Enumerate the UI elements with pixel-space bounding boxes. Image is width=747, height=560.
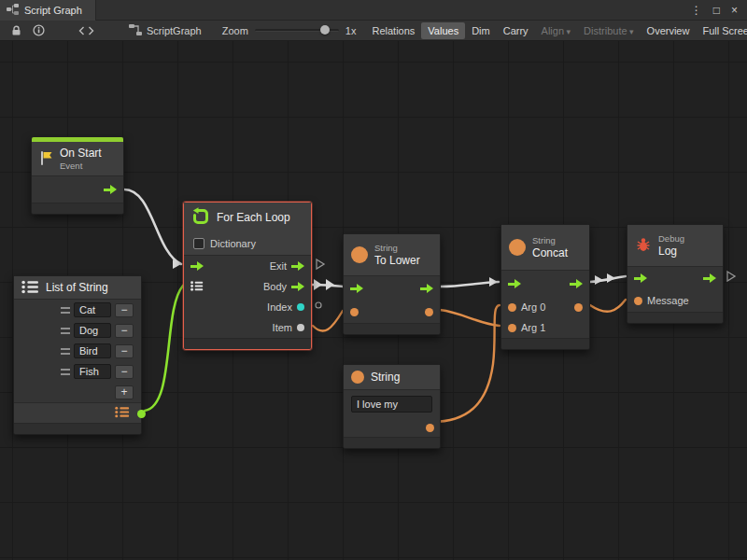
info-icon[interactable] [27,21,50,40]
flow-out-port[interactable] [570,279,583,288]
node-concat[interactable]: String Concat Arg 0 Arg 1 [500,224,590,350]
tab-label: Script Graph [24,5,82,16]
maximize-icon[interactable]: □ [713,5,720,16]
list-out-icon[interactable] [115,406,130,420]
item-output-port[interactable] [297,324,304,331]
list-icon [21,280,39,296]
body-flow-port[interactable] [291,282,304,291]
drag-handle-icon[interactable] [61,348,70,355]
node-title: List of String [46,281,108,294]
lock-icon[interactable] [6,21,27,40]
string-icon [351,246,368,263]
overview-button[interactable]: Overview [641,22,697,39]
node-list-of-string[interactable]: List of String Cat − Dog − Bird − Fish − [13,275,142,435]
relations-button[interactable]: Relations [365,22,421,39]
list-item-field[interactable]: Fish [74,364,111,379]
distribute-dropdown[interactable]: Distribute [577,22,641,39]
values-button[interactable]: Values [421,22,465,39]
dictionary-checkbox[interactable] [193,238,204,249]
message-input-port[interactable] [634,297,642,305]
drag-handle-icon[interactable] [61,328,70,334]
wire-arrowhead [489,277,498,287]
list-item-field[interactable]: Cat [74,302,111,317]
string-icon [509,239,526,256]
node-footer [14,423,141,434]
arg0-input-port[interactable] [508,303,516,312]
full-screen-button[interactable]: Full Screen [696,22,747,39]
flow-in-port[interactable] [634,273,647,283]
port-label-index: Index [267,301,292,313]
arg1-input-port[interactable] [508,324,516,332]
zoom-slider[interactable] [255,29,339,32]
flow-out-port[interactable] [420,284,433,293]
node-string-literal[interactable]: String I love my [343,364,441,449]
open-flow-port-marker [317,259,324,269]
wire-literal-arg0[interactable] [431,305,500,422]
align-dropdown[interactable]: Align [535,22,578,39]
carry-button[interactable]: Carry [497,22,535,39]
flow-out-port[interactable] [104,185,117,194]
node-for-each-loop[interactable]: For Each Loop Dictionary Exit Body Index [183,202,312,350]
wire-item-tolower[interactable] [313,311,343,331]
node-category: Debug [658,233,684,244]
wire-onstart-foreach[interactable] [124,189,181,264]
loop-icon [191,207,210,228]
string-value-field[interactable]: I love my [351,396,432,413]
flow-in-port[interactable] [508,279,521,288]
node-debug-log[interactable]: Debug Log Message [627,224,724,324]
node-title: To Lower [374,254,420,267]
close-icon[interactable]: × [731,5,738,16]
zoom-slider-knob[interactable] [320,25,330,35]
list-item-row: Bird − [14,341,141,361]
node-on-start[interactable]: On Start Event [31,136,124,215]
node-title: Log [658,245,684,258]
node-to-lower[interactable]: String To Lower [343,233,441,335]
flow-out-port[interactable] [703,273,716,283]
graph-reference-button[interactable]: ScriptGraph [121,24,209,37]
exit-flow-port[interactable] [291,261,304,271]
port-label-arg0: Arg 0 [521,301,545,313]
list-output-port[interactable] [137,410,146,418]
list-in-port-icon[interactable] [190,281,204,293]
list-item-row: Dog − [14,320,141,341]
node-footer [184,338,311,349]
remove-item-button[interactable]: − [115,324,134,338]
string-output-port[interactable] [425,308,433,316]
tab-script-graph[interactable]: Script Graph [0,0,96,21]
node-title: For Each Loop [217,211,290,224]
wire-arrowhead [607,273,615,283]
node-footer [344,437,440,448]
window-menu-icon[interactable]: ⋮ [691,5,702,16]
string-input-port[interactable] [350,308,359,316]
result-output-port[interactable] [574,303,583,312]
string-icon [351,371,364,384]
node-footer [32,203,123,214]
string-output-port[interactable] [426,424,434,432]
code-view-icon[interactable] [73,21,100,40]
remove-item-button[interactable]: − [115,365,134,379]
graph-reference-label: ScriptGraph [147,25,202,36]
remove-item-button[interactable]: − [115,303,134,317]
index-output-port[interactable] [297,303,304,311]
remove-item-button[interactable]: − [115,344,134,358]
flag-icon [39,150,53,168]
dim-button[interactable]: Dim [465,22,497,39]
node-category: String [532,235,568,245]
graph-canvas[interactable]: On Start Event List of String Cat − [0,41,747,560]
add-item-button[interactable]: + [115,385,134,399]
zoom-label: Zoom [222,25,248,36]
list-item-field[interactable]: Bird [74,343,111,358]
drag-handle-icon[interactable] [61,307,70,314]
port-label-message: Message [647,295,689,306]
list-item-field[interactable]: Dog [74,323,111,338]
flow-in-port[interactable] [190,261,204,271]
bug-icon [635,237,652,255]
flow-in-port[interactable] [350,284,363,293]
wire-list-foreach[interactable] [145,286,183,411]
wire-tolower-arg1[interactable] [440,310,500,326]
wire-concat-message[interactable] [590,300,626,312]
open-value-port-marker [316,302,321,308]
list-item-row: Fish − [14,361,141,382]
port-label-item: Item [273,322,292,333]
drag-handle-icon[interactable] [61,369,70,375]
